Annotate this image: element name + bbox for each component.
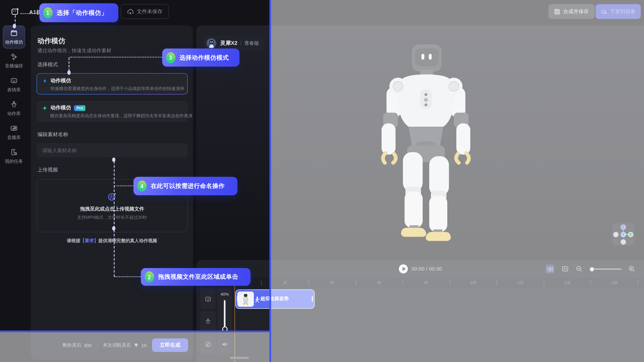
file-status-button[interactable]: 文件未保存 (121, 4, 169, 19)
sidebar-nav: 动作模仿 音频编排 表情库 动作库 (0, 23, 28, 362)
connector-anchor (13, 24, 16, 28)
app-logo-icon (11, 7, 20, 17)
wink-face-icon (204, 295, 211, 302)
mode-section-label: 选择模式 (38, 61, 58, 68)
connector-line (114, 161, 114, 277)
sidebar-item-label: 音频库 (7, 134, 21, 141)
mode-desc: 快速模仿普通难度的全身动作，适用于小品戏剧等简单动作的快速演绎 (50, 86, 182, 92)
upload-title: 拖拽至此或点击上传视频文件 (80, 206, 144, 213)
dim-overlay-right (271, 0, 644, 362)
music-card-icon (10, 124, 18, 132)
name-section-label: 编辑素材名称 (38, 131, 68, 138)
note-suffix: 提供清晰完整的真人动作视频 (98, 238, 157, 243)
connector-line (70, 57, 162, 58)
mode-card-pro[interactable]: 动作模仿 Pro 模仿复杂高精度高动态全身动作复现，适用于舞蹈功夫等丰富表达创作… (36, 101, 188, 122)
app-window: A1机 文件未保存 合成并保存 下发到设备 (0, 0, 644, 362)
step-number-badge: 4 (137, 181, 147, 192)
expression-track-button[interactable] (200, 289, 216, 309)
volume-value: 40% (218, 292, 232, 296)
volume-slider[interactable] (224, 300, 226, 328)
step-text: 在此可以按需进行命名操作 (151, 182, 224, 190)
divider (240, 41, 241, 46)
note-prefix: 请根据 (67, 238, 80, 243)
guide-border-horizontal (0, 330, 271, 332)
upload-section-label: 上传视频 (38, 166, 58, 173)
robot-avatar (206, 38, 217, 49)
walking-person-icon (254, 296, 260, 303)
sidebar-item-audio-arrange[interactable]: 音频编排 (3, 49, 25, 72)
step-text: 拖拽视频文件至此区域或单击 (158, 273, 238, 281)
connector-line (69, 58, 70, 71)
connector-line (114, 185, 134, 186)
sidebar-item-label: 表情库 (7, 87, 21, 93)
sidebar-item-expression-library[interactable]: 表情库 (3, 73, 25, 96)
clip-thumbnail (238, 291, 254, 307)
mode-name: 动作模仿 (50, 105, 71, 111)
sidebar-item-label: 动作库 (7, 111, 21, 117)
step-text: 选择「动作模仿」 (57, 9, 108, 17)
robot-name: 灵犀X2 (220, 40, 237, 47)
material-name-input[interactable] (36, 143, 188, 158)
upload-note: 请根据【要求】提供清晰完整的真人动作视频 (31, 238, 193, 244)
dim-overlay-bottom (0, 332, 271, 362)
sidebar-item-my-tasks[interactable]: 我的任务 (3, 145, 25, 168)
connector-anchor (112, 226, 116, 231)
clip-trim-left-handle[interactable] (237, 296, 238, 302)
mode-card-standard[interactable]: 动作模仿 快速模仿普通难度的全身动作，适用于小品戏剧等简单动作的快速演绎 (36, 73, 188, 95)
clapper-icon (10, 29, 18, 37)
person-icon (204, 317, 211, 324)
sidebar-item-label: 音频编排 (5, 63, 23, 69)
cloud-offline-icon (127, 9, 134, 15)
step-number-badge: 1 (43, 7, 53, 18)
panel-subtitle: 通过动作模仿，快速生成动作素材 (38, 47, 111, 54)
panel-title: 动作模仿 (38, 36, 65, 46)
lightning-icon (42, 78, 48, 84)
pro-badge: Pro (74, 105, 85, 111)
step-number-badge: 3 (166, 52, 175, 63)
connector-anchor (67, 70, 70, 75)
step-text: 选择动作模仿模式 (180, 54, 229, 61)
film-reel-icon (107, 191, 118, 202)
requirements-link[interactable]: 【要求】 (80, 238, 98, 243)
guide-step-3-tooltip: 3 选择动作模仿模式 (162, 49, 240, 67)
tasks-icon (10, 148, 18, 156)
guide-step-2-tooltip: 2 拖拽视频文件至此区域或单击 (141, 268, 250, 286)
mode-name: 动作模仿 (50, 77, 71, 84)
robot-face-icon (10, 77, 18, 85)
sparkle-icon (42, 105, 48, 111)
connector-line (114, 276, 141, 277)
sidebar-item-motion-library[interactable]: 动作库 (3, 97, 25, 120)
person-icon (10, 100, 18, 109)
step-number-badge: 2 (144, 271, 154, 282)
guide-border-vertical (270, 0, 271, 362)
guide-step-1-tooltip: 1 选择「动作模仿」 (40, 3, 118, 22)
sidebar-item-label: 我的任务 (5, 158, 23, 165)
upload-hint: 支持MP4格式，文件时长不超过30秒 (77, 215, 147, 220)
mode-desc: 模仿复杂高精度高动态全身动作复现，适用于舞蹈功夫等丰富表达创作表演 (50, 113, 183, 119)
robot-edition: 青春版 (244, 40, 259, 47)
connector-line (20, 13, 40, 14)
sidebar-item-motion-imitation[interactable]: 动作模仿 (3, 26, 25, 49)
motion-track-button[interactable] (200, 311, 216, 331)
sidebar-item-label: 动作模仿 (5, 39, 23, 45)
sparkles-icon (10, 53, 18, 61)
sidebar-item-audio-library[interactable]: 音频库 (3, 121, 25, 144)
guide-step-4-tooltip: 4 在此可以按需进行命名操作 (134, 177, 238, 195)
file-status-label: 文件未保存 (137, 8, 162, 15)
